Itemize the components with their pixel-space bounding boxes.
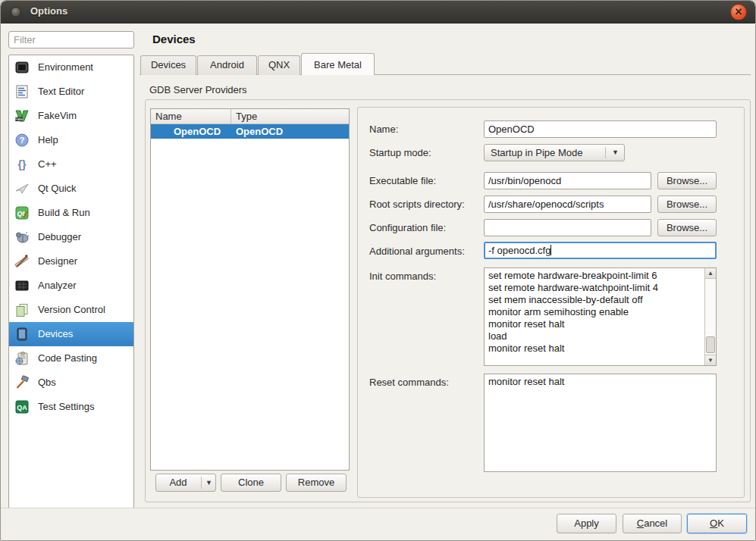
root-scripts-browse-button[interactable]: Browse... [657, 195, 717, 213]
root-scripts-label: Root scripts directory: [369, 195, 465, 213]
sidebar-item-label: Test Settings [38, 395, 94, 419]
sidebar-item-environment[interactable]: Environment [9, 55, 133, 80]
qt-quick-icon [14, 181, 30, 196]
sidebar-item-label: Text Editor [38, 80, 84, 104]
additional-arguments-label: Additional arguments: [369, 242, 465, 260]
tab-android[interactable]: Android [197, 55, 257, 75]
configuration-file-label: Configuration file: [369, 219, 446, 236]
text-cursor [551, 245, 551, 255]
sidebar-item-build-run[interactable]: Qt Build & Run [9, 201, 133, 225]
help-icon: ? [14, 133, 30, 148]
sidebar-item-code-pasting[interactable]: Code Pasting [9, 346, 133, 371]
code-pasting-icon [14, 351, 30, 366]
apply-button[interactable]: Apply [557, 514, 616, 533]
startup-mode-select[interactable]: Startup in Pipe Mode ▼ [484, 144, 625, 161]
titlebar[interactable]: Options ✕ [1, 1, 755, 23]
analyzer-icon [14, 278, 30, 293]
init-commands-textarea[interactable]: set remote hardware-breakpoint-limit 6 s… [484, 267, 717, 366]
fakevim-icon: Fake [14, 108, 30, 124]
version-control-icon [14, 302, 30, 317]
build-run-icon: Qt [14, 205, 30, 220]
configuration-file-input[interactable] [484, 219, 651, 236]
column-header-type[interactable]: Type [231, 109, 349, 124]
add-button-label: Add [156, 474, 200, 491]
svg-text:{}: {} [18, 158, 27, 170]
providers-table-header[interactable]: Name Type [151, 109, 349, 124]
debugger-icon [14, 230, 30, 245]
sidebar-item-cpp[interactable]: {} C++ [9, 152, 133, 177]
sidebar-item-label: Analyzer [38, 274, 77, 298]
sidebar-item-label: Version Control [38, 298, 105, 322]
sidebar-item-label: FakeVim [38, 104, 77, 128]
tab-label: Devices [151, 59, 186, 70]
sidebar-item-text-editor[interactable]: Text Editor [9, 80, 133, 104]
sidebar-item-designer[interactable]: Designer [9, 249, 133, 274]
sidebar-item-qbs[interactable]: Qbs [9, 371, 133, 395]
startup-mode-label: Startup mode: [369, 144, 431, 161]
column-header-name[interactable]: Name [151, 109, 231, 124]
devices-icon [14, 327, 30, 342]
additional-arguments-value: -f openocd.cfg [488, 245, 551, 256]
cell-type: OpenOCD [231, 124, 349, 139]
add-button[interactable]: Add ▼ [155, 474, 216, 492]
category-list: Environment Text Editor Fake FakeVim ? H… [8, 55, 134, 508]
cell-name: OpenOCD [151, 124, 231, 139]
close-button[interactable]: ✕ [730, 4, 747, 20]
tab-label: Bare Metal [314, 59, 362, 70]
providers-table[interactable]: Name Type OpenOCD OpenOCD [150, 108, 350, 471]
footer-separator [1, 508, 755, 508]
clone-button[interactable]: Clone [221, 474, 281, 492]
cpp-icon: {} [14, 157, 30, 172]
sidebar-item-fakevim[interactable]: Fake FakeVim [9, 104, 133, 128]
designer-icon [14, 254, 30, 269]
tab-devices[interactable]: Devices [140, 55, 196, 75]
ok-button[interactable]: OK [687, 514, 747, 533]
combo-separator [605, 147, 606, 158]
sidebar-item-test-settings[interactable]: QA Test Settings [9, 395, 133, 419]
sidebar-item-label: Designer [38, 249, 77, 274]
sidebar-item-qt-quick[interactable]: Qt Quick [9, 177, 133, 201]
executable-file-input[interactable] [484, 172, 651, 189]
sidebar-item-label: C++ [38, 152, 57, 177]
init-commands-scrollbar[interactable]: ▲ ▼ [704, 268, 716, 365]
tab-label: QNX [268, 59, 290, 70]
executable-browse-button[interactable]: Browse... [657, 172, 717, 189]
page-title: Devices [152, 33, 196, 45]
remove-button[interactable]: Remove [286, 474, 347, 492]
window-icon [11, 7, 21, 17]
group-title: GDB Server Providers [149, 84, 247, 95]
sidebar-item-analyzer[interactable]: Analyzer [9, 274, 133, 298]
sidebar-item-label: Build & Run [38, 201, 90, 225]
sidebar-item-devices[interactable]: Devices [9, 322, 133, 346]
tab-qnx[interactable]: QNX [258, 55, 300, 75]
name-label: Name: [369, 120, 398, 138]
scrollbar-thumb[interactable] [706, 336, 715, 353]
chevron-down-icon: ▼ [612, 145, 619, 161]
reset-commands-label: Reset commands: [369, 374, 449, 391]
init-commands-text: set remote hardware-breakpoint-limit 6 s… [488, 270, 702, 364]
sidebar-item-label: Environment [38, 55, 93, 80]
filter-input[interactable] [8, 31, 134, 48]
sidebar-item-version-control[interactable]: Version Control [9, 298, 133, 322]
executable-file-label: Executable file: [369, 172, 436, 189]
chevron-down-icon[interactable]: ▼ [205, 474, 212, 491]
test-settings-icon: QA [14, 399, 30, 414]
additional-arguments-input[interactable]: -f openocd.cfg [484, 242, 717, 259]
reset-commands-textarea[interactable]: monitor reset halt [484, 374, 717, 472]
scroll-up-icon[interactable]: ▲ [705, 268, 716, 279]
startup-mode-value: Startup in Pipe Mode [491, 145, 582, 161]
sidebar-item-help[interactable]: ? Help [9, 128, 133, 152]
sidebar-item-label: Code Pasting [38, 346, 97, 371]
svg-text:QA: QA [17, 404, 27, 411]
scroll-down-icon[interactable]: ▼ [705, 355, 716, 365]
sidebar-item-label: Devices [38, 322, 73, 346]
sidebar-item-label: Debugger [38, 225, 81, 249]
table-row-openocd[interactable]: OpenOCD OpenOCD [151, 124, 349, 139]
root-scripts-input[interactable] [484, 195, 651, 213]
name-input[interactable] [484, 120, 717, 138]
cancel-button[interactable]: Cancel [623, 514, 682, 533]
sidebar-item-debugger[interactable]: Debugger [9, 225, 133, 249]
sidebar-item-label: Qt Quick [38, 177, 77, 201]
configuration-browse-button[interactable]: Browse... [657, 219, 717, 236]
tab-bare-metal[interactable]: Bare Metal [301, 53, 375, 75]
